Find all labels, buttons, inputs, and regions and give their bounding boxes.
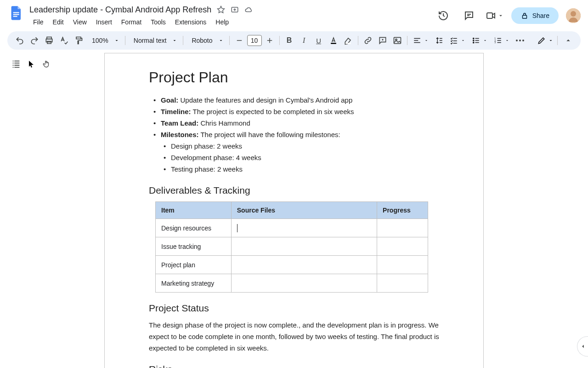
avatar[interactable] xyxy=(566,8,581,23)
bullet-list-select[interactable] xyxy=(469,36,490,45)
line-spacing-select[interactable] xyxy=(432,36,446,45)
list-item: Timeline: The project is expected to be … xyxy=(161,106,439,117)
svg-point-16 xyxy=(473,38,474,39)
italic-button[interactable]: I xyxy=(297,34,311,47)
checklist-select[interactable] xyxy=(447,36,468,45)
share-label: Share xyxy=(532,12,549,19)
chevron-down-icon xyxy=(548,38,554,43)
svg-point-22 xyxy=(516,40,518,41)
list-item: Team Lead: Chris Hammond xyxy=(161,117,439,129)
chevron-down-icon xyxy=(114,38,119,43)
heading-deliverables: Deliverables & Tracking xyxy=(149,185,439,196)
comments-icon[interactable] xyxy=(460,6,478,25)
toolbar: 100% Normal text Roboto 10 B I U 123 xyxy=(7,31,581,50)
svg-point-23 xyxy=(519,40,521,41)
table-row: Issue tracking xyxy=(156,237,428,256)
numbered-list-select[interactable]: 123 xyxy=(491,36,512,45)
pencil-icon xyxy=(537,36,546,45)
table-header: Progress xyxy=(377,202,428,219)
undo-button[interactable] xyxy=(13,34,27,47)
chevron-down-icon xyxy=(218,38,224,43)
font-family-select[interactable]: Roboto xyxy=(186,37,226,44)
deliverables-table: Item Source Files Progress Design resour… xyxy=(155,201,428,293)
docs-logo[interactable] xyxy=(7,4,26,22)
print-button[interactable] xyxy=(42,34,56,47)
svg-rect-13 xyxy=(345,43,351,44)
list-item: Milestones: The project will have the fo… xyxy=(161,129,439,175)
svg-rect-4 xyxy=(487,13,492,18)
text-color-button[interactable] xyxy=(327,34,340,47)
table-row: Marketing strategy xyxy=(156,274,428,293)
svg-rect-14 xyxy=(394,37,401,43)
list-item: Testing phase: 2 weeks xyxy=(171,163,439,175)
menu-view[interactable]: View xyxy=(69,17,90,28)
chevron-down-icon xyxy=(172,38,177,43)
svg-rect-12 xyxy=(331,43,336,44)
menu-tools[interactable]: Tools xyxy=(147,17,170,28)
list-item: Development phase: 4 weeks xyxy=(171,152,439,163)
menu-insert[interactable]: Insert xyxy=(92,17,116,28)
chevron-down-icon xyxy=(498,12,504,19)
menu-bar: File Edit View Insert Format Tools Exten… xyxy=(29,17,434,28)
zoom-select[interactable]: 100% xyxy=(86,37,122,44)
table-header: Item xyxy=(156,202,232,219)
insert-comment-button[interactable] xyxy=(376,34,390,47)
svg-point-17 xyxy=(473,40,474,41)
font-size-input[interactable]: 10 xyxy=(247,35,262,46)
menu-format[interactable]: Format xyxy=(118,17,145,28)
paragraph: The design phase of the project is now c… xyxy=(149,319,439,354)
font-size-decrease[interactable] xyxy=(232,34,246,47)
document-page[interactable]: Project Plan Goal: Update the features a… xyxy=(104,53,484,368)
redo-button[interactable] xyxy=(28,34,41,47)
insert-link-button[interactable] xyxy=(361,34,375,47)
star-icon[interactable] xyxy=(217,6,225,14)
bold-button[interactable]: B xyxy=(283,34,296,47)
collapse-toolbar-button[interactable] xyxy=(561,34,575,47)
heading-project-plan: Project Plan xyxy=(149,69,439,86)
heading-risks: Risks xyxy=(149,364,439,368)
table-row: Project plan xyxy=(156,256,428,274)
menu-help[interactable]: Help xyxy=(212,17,232,28)
meet-button[interactable] xyxy=(486,10,504,21)
share-button[interactable]: Share xyxy=(511,7,559,24)
svg-rect-11 xyxy=(76,37,81,39)
lock-icon xyxy=(520,12,529,20)
svg-text:3: 3 xyxy=(494,41,496,44)
table-cell-active[interactable] xyxy=(231,219,377,237)
editing-mode-button[interactable] xyxy=(537,36,554,45)
spellcheck-button[interactable] xyxy=(57,34,71,47)
history-icon[interactable] xyxy=(434,6,452,25)
more-toolbar-button[interactable] xyxy=(513,34,527,47)
table-header: Source Files xyxy=(231,202,377,219)
list-item: Design phase: 2 weeks xyxy=(171,140,439,152)
insert-image-button[interactable] xyxy=(390,34,404,47)
paragraph-style-select[interactable]: Normal text xyxy=(128,37,181,44)
svg-point-24 xyxy=(522,40,524,41)
svg-point-7 xyxy=(571,11,576,17)
align-select[interactable] xyxy=(410,36,431,45)
font-size-increase[interactable] xyxy=(263,34,277,47)
move-icon[interactable] xyxy=(231,6,239,14)
table-row: Design resources xyxy=(156,219,428,237)
svg-point-18 xyxy=(473,42,474,43)
underline-button[interactable]: U xyxy=(312,34,326,47)
menu-file[interactable]: File xyxy=(29,17,47,28)
svg-rect-0 xyxy=(13,12,19,13)
text-cursor xyxy=(237,224,237,232)
highlight-button[interactable] xyxy=(341,34,355,47)
doc-title[interactable]: Leadership update - Cymbal Android App R… xyxy=(29,5,211,15)
cloud-status-icon[interactable] xyxy=(244,6,253,14)
menu-edit[interactable]: Edit xyxy=(49,17,68,28)
heading-status: Project Status xyxy=(149,303,439,314)
svg-rect-1 xyxy=(13,14,19,15)
svg-rect-5 xyxy=(522,15,526,18)
list-item: Goal: Update the features and design in … xyxy=(161,94,439,106)
menu-extensions[interactable]: Extensions xyxy=(171,17,210,28)
paint-format-button[interactable] xyxy=(72,34,85,47)
svg-rect-2 xyxy=(13,16,17,17)
